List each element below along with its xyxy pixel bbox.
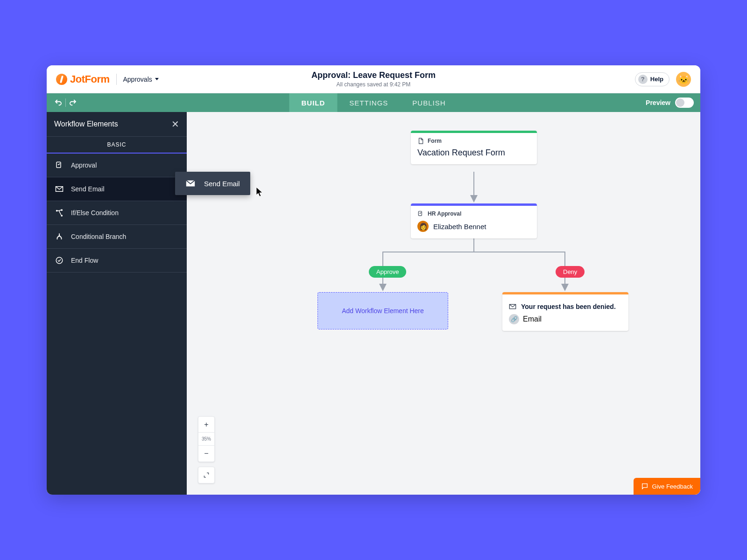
approver-avatar: 👩: [417, 221, 429, 232]
sidebar-title: Workflow Elements: [54, 120, 118, 128]
zoom-level: 35%: [198, 433, 214, 446]
svg-point-4: [56, 257, 63, 264]
approvals-dropdown[interactable]: Approvals: [123, 76, 159, 83]
approval-icon: [54, 160, 64, 170]
node-type-label: Form: [428, 138, 442, 144]
help-button[interactable]: ? Help: [635, 72, 669, 86]
zoom-in-button[interactable]: +: [198, 417, 214, 433]
element-label: End Flow: [71, 257, 98, 264]
give-feedback-button[interactable]: Give Feedback: [634, 478, 700, 495]
element-label: Approval: [71, 161, 97, 169]
element-label: Conditional Branch: [71, 233, 126, 240]
fullscreen-button[interactable]: [198, 467, 215, 483]
mail-icon: [185, 178, 196, 189]
node-deny-email[interactable]: Your request has been denied. 🔗 Email: [502, 292, 628, 331]
check-circle-icon: [54, 255, 64, 266]
undo-button[interactable]: [51, 96, 65, 110]
element-end-flow[interactable]: End Flow: [47, 249, 187, 273]
zoom-out-button[interactable]: −: [198, 446, 214, 462]
logo-text: JotForm: [70, 73, 110, 85]
node-form[interactable]: Form Vacation Request Form: [411, 131, 537, 164]
toolbar: BUILD SETTINGS PUBLISH Preview: [47, 93, 700, 112]
branch-icon: [54, 208, 64, 218]
logo-icon: [56, 74, 67, 85]
tab-publish[interactable]: PUBLISH: [400, 93, 458, 112]
app-window: JotForm Approvals Approval: Leave Reques…: [47, 65, 700, 495]
tab-build[interactable]: BUILD: [289, 93, 337, 112]
chat-icon: [641, 483, 648, 490]
sidebar: Workflow Elements ✕ BASIC Approval Send: [47, 112, 187, 495]
element-label: If/Else Condition: [71, 209, 119, 217]
cursor-icon: [256, 187, 264, 199]
user-avatar[interactable]: 🐱: [676, 72, 691, 87]
approve-pill[interactable]: Approve: [369, 266, 406, 278]
mail-icon: [54, 184, 64, 194]
split-icon: [54, 231, 64, 242]
header-bar: JotForm Approvals Approval: Leave Reques…: [47, 65, 700, 93]
node-title: Vacation Request Form: [417, 148, 530, 158]
sidebar-tab-basic[interactable]: BASIC: [47, 137, 187, 154]
save-status: All changes saved at 9:42 PM: [311, 81, 436, 88]
dropdown-label: Approvals: [123, 76, 152, 83]
node-title: Your request has been denied.: [521, 303, 616, 310]
svg-point-1: [56, 210, 58, 212]
link-icon: 🔗: [509, 314, 519, 324]
approval-icon: [417, 210, 424, 217]
node-type-label: HR Approval: [428, 210, 461, 217]
deny-pill[interactable]: Deny: [556, 266, 585, 278]
svg-point-3: [61, 215, 63, 217]
chevron-down-icon: [155, 78, 159, 80]
element-label: Send Email: [71, 185, 105, 193]
vertical-divider: [116, 74, 117, 85]
redo-button[interactable]: [66, 96, 80, 110]
node-hr-approval[interactable]: HR Approval 👩 Elizabeth Bennet: [411, 203, 537, 238]
zoom-controls: + 35% −: [198, 416, 215, 462]
drag-ghost-send-email[interactable]: Send Email: [175, 172, 250, 195]
approver-name: Elizabeth Bennet: [433, 223, 486, 231]
close-sidebar-button[interactable]: ✕: [171, 119, 179, 130]
element-if-else[interactable]: If/Else Condition: [47, 201, 187, 225]
workflow-canvas[interactable]: Form Vacation Request Form HR Approval 👩…: [187, 112, 700, 495]
element-send-email[interactable]: Send Email: [47, 177, 187, 201]
expand-icon: [203, 472, 210, 478]
tab-settings[interactable]: SETTINGS: [337, 93, 400, 112]
drag-ghost-label: Send Email: [204, 180, 240, 188]
preview-toggle[interactable]: [675, 98, 694, 108]
feedback-label: Give Feedback: [652, 483, 693, 490]
dropzone-add-element[interactable]: Add Workflow Element Here: [317, 292, 448, 329]
dropzone-text: Add Workflow Element Here: [342, 307, 424, 315]
element-approval[interactable]: Approval: [47, 154, 187, 177]
mail-icon: [509, 303, 516, 310]
question-icon: ?: [638, 75, 648, 84]
page-title: Approval: Leave Request Form: [311, 70, 436, 80]
element-conditional-branch[interactable]: Conditional Branch: [47, 225, 187, 249]
chip-label: Email: [523, 315, 542, 323]
help-label: Help: [650, 76, 663, 83]
preview-label: Preview: [646, 99, 670, 106]
svg-point-2: [61, 209, 63, 211]
file-icon: [417, 138, 424, 144]
